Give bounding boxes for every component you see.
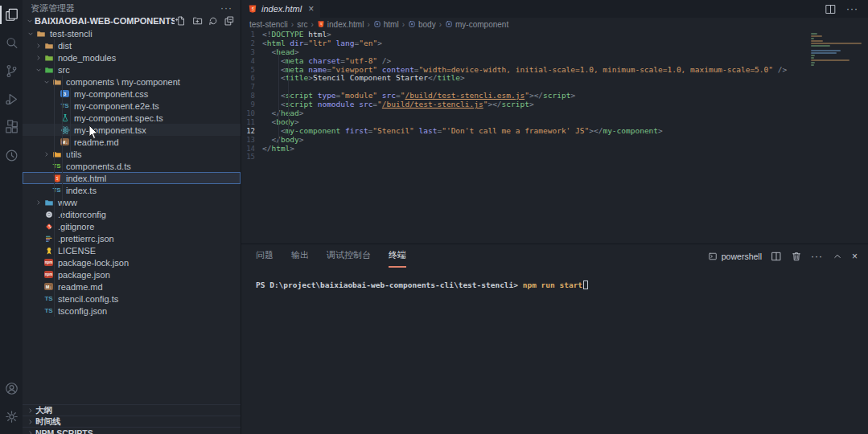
chevron-up-icon[interactable] xyxy=(832,251,843,262)
more-icon[interactable]: ··· xyxy=(811,251,823,262)
new-file-icon[interactable] xyxy=(175,14,187,27)
activitybar-explorer[interactable] xyxy=(0,1,23,29)
breadcrumb-item-src[interactable]: src xyxy=(297,20,307,29)
section-label: NPM SCRIPTS xyxy=(35,428,93,434)
tree-item-label: components \ my-component xyxy=(66,77,180,87)
md-icon: M↓ xyxy=(43,282,54,292)
tree-item-package-lock-json[interactable]: npmpackage-lock.json xyxy=(23,256,241,268)
minimap[interactable] xyxy=(811,33,864,69)
terminal-cursor xyxy=(583,280,588,289)
tree-item-dist[interactable]: dist xyxy=(23,39,241,51)
tree-item-readme-md[interactable]: M↓readme.md xyxy=(23,280,241,293)
tree-item-components-my-component[interactable]: components \ my-component xyxy=(23,76,241,88)
refresh-icon[interactable] xyxy=(207,14,220,27)
chevron-right-icon xyxy=(26,417,35,427)
ts-green-icon: TS xyxy=(51,162,62,171)
clock-icon xyxy=(4,148,19,163)
project-section-header[interactable]: BAIXIAOBAI-WEB-COMPONENTS-CLI xyxy=(23,14,241,27)
tree-item-editorconfig[interactable]: .editorconfig xyxy=(23,208,241,220)
indent-spacer xyxy=(42,174,51,183)
breadcrumb-item-body[interactable]: body xyxy=(408,20,436,29)
bottom-panel: 问题输出调试控制台终端 powershell ···× PS D:\projec… xyxy=(241,244,868,434)
tree-item-my-component-css[interactable]: 3my-component.css xyxy=(23,88,241,100)
section-大纲[interactable]: 大纲 xyxy=(23,404,241,416)
collapse-all-icon[interactable] xyxy=(223,14,236,27)
close-icon[interactable]: × xyxy=(308,3,314,14)
tree-item-package-json[interactable]: npmpackage.json xyxy=(23,268,241,280)
panel-tab-调试控制台[interactable]: 调试控制台 xyxy=(327,244,371,268)
breadcrumb-item-test-stencli[interactable]: test-stencli xyxy=(249,20,288,29)
tree-item-my-component-tsx[interactable]: my-component.tsx xyxy=(23,124,241,136)
search-icon xyxy=(4,35,19,51)
tree-item-components-d-ts[interactable]: TScomponents.d.ts xyxy=(23,160,241,172)
close-icon[interactable]: × xyxy=(852,251,858,262)
trash-icon[interactable] xyxy=(791,251,802,262)
minimap-line xyxy=(811,59,849,61)
activitybar-extensions[interactable] xyxy=(0,113,23,141)
activitybar-account[interactable] xyxy=(0,375,23,403)
code-line-14[interactable]: 14</html> xyxy=(241,145,868,154)
tree-item-readme-md[interactable]: M↓readme.md xyxy=(23,136,241,148)
code-line-15[interactable]: 15 xyxy=(241,153,868,162)
section-npm-scripts[interactable]: NPM SCRIPTS xyxy=(23,427,241,434)
activitybar-history[interactable] xyxy=(0,141,23,170)
react-icon xyxy=(60,125,70,135)
ts-blue-icon: TS xyxy=(43,306,54,316)
terminal-prompt: PS D:\project\baixiaobai-web-components-… xyxy=(256,280,518,289)
split-editor-icon[interactable] xyxy=(825,3,837,15)
tree-item-gitignore[interactable]: .gitignore xyxy=(23,220,241,232)
tree-item-label: LICENSE xyxy=(58,246,96,256)
more-icon[interactable]: ··· xyxy=(846,3,858,15)
activitybar-search[interactable] xyxy=(0,29,23,57)
indent-spacer xyxy=(50,113,60,123)
panel-tab-终端[interactable]: 终端 xyxy=(389,244,406,268)
activity-bar xyxy=(0,0,23,434)
section-时间线[interactable]: 时间线 xyxy=(23,416,241,427)
activitybar-source-control[interactable] xyxy=(0,57,23,85)
breadcrumb-item-my-component[interactable]: my-component xyxy=(445,20,508,29)
tree-item-prettierrc-json[interactable]: .prettierrc.json xyxy=(23,232,241,244)
tree-item-stencil-config-ts[interactable]: TSstencil.config.ts xyxy=(23,293,241,305)
new-folder-icon[interactable] xyxy=(191,14,204,27)
tree-item-test-stencli[interactable]: test-stencli xyxy=(23,27,241,39)
flask-icon xyxy=(60,113,70,123)
folder-icon xyxy=(35,29,46,39)
tree-item-index-ts[interactable]: TSindex.ts xyxy=(23,184,241,196)
breadcrumb-item-html[interactable]: html xyxy=(373,20,399,29)
code-line-2[interactable]: 2<html dir="ltr" lang="en"> xyxy=(241,39,868,48)
line-number: 14 xyxy=(241,145,262,154)
sidebar-more-icon[interactable]: ··· xyxy=(220,2,232,14)
terminal-content[interactable]: PS D:\project\baixiaobai-web-components-… xyxy=(241,268,868,434)
shell-selector[interactable]: powershell xyxy=(708,252,762,261)
breadcrumb-item-index-html[interactable]: 5index.html xyxy=(317,20,364,29)
code-line-12[interactable]: 12 <my-component first="Stencil" last="'… xyxy=(241,127,868,136)
code-line-6[interactable]: 6 <title>Stencil Component Starter</titl… xyxy=(241,74,868,83)
line-number: 7 xyxy=(241,83,262,92)
tree-item-www[interactable]: www xyxy=(23,196,241,208)
tree-item-index-html[interactable]: 5index.html xyxy=(23,172,241,184)
tree-item-license[interactable]: LICENSE xyxy=(23,244,241,256)
tree-item-tsconfig-json[interactable]: TStsconfig.json xyxy=(23,305,241,317)
indent-spacer xyxy=(50,89,60,99)
tree-item-node-modules[interactable]: node_modules xyxy=(23,51,241,63)
code-line-13[interactable]: 13 </body> xyxy=(241,136,868,145)
tree-item-utils[interactable]: utils xyxy=(23,148,241,160)
panel-tab-问题[interactable]: 问题 xyxy=(256,244,274,268)
chevron-right-icon xyxy=(26,406,35,416)
symbol-icon xyxy=(408,20,416,28)
split-icon[interactable] xyxy=(771,251,782,262)
activitybar-settings[interactable] xyxy=(0,403,23,431)
code-editor[interactable]: 1<!DOCTYPE html>2<html dir="ltr" lang="e… xyxy=(241,31,868,244)
tree-item-label: my-component.css xyxy=(74,89,148,99)
indent-spacer xyxy=(34,270,43,280)
tree-item-my-component-e2e-ts[interactable]: TSmy-component.e2e.ts xyxy=(23,100,241,112)
panel-tab-输出[interactable]: 输出 xyxy=(291,244,309,268)
tree-item-src[interactable]: src xyxy=(23,63,241,76)
tree-item-my-component-spec-ts[interactable]: my-component.spec.ts xyxy=(23,112,241,124)
tab-index-html[interactable]: 5 index.html × xyxy=(241,0,320,18)
code-line-10[interactable]: 10 </head> xyxy=(241,109,868,118)
code-line-9[interactable]: 9 <script nomodule src="/build/test-sten… xyxy=(241,100,868,109)
activitybar-run-and-debug[interactable] xyxy=(0,85,23,113)
tree-item-label: readme.md xyxy=(74,137,119,147)
tab-bar: 5 index.html × ··· xyxy=(241,0,868,18)
